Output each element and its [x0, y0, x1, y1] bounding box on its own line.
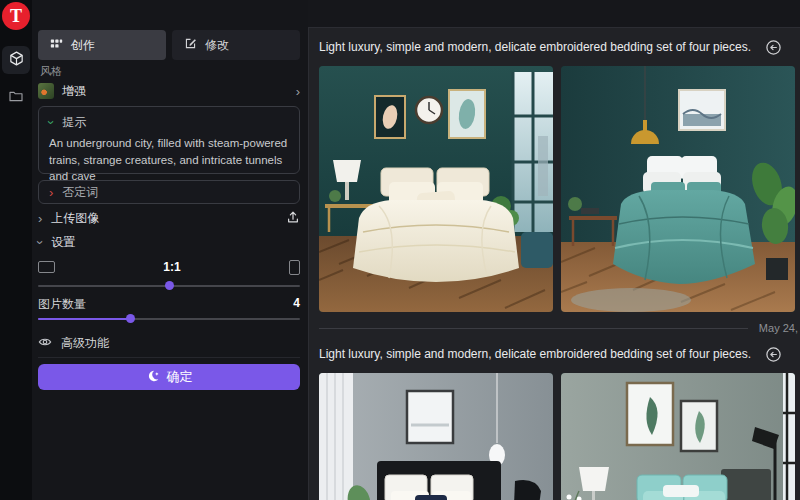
tab-edit-label: 修改	[205, 37, 229, 54]
tab-create-label: 创作	[71, 37, 95, 54]
chevron-right-icon: ›	[49, 186, 53, 199]
tab-edit[interactable]: 修改	[172, 30, 300, 60]
rail-item-files[interactable]	[2, 84, 30, 112]
slider-fill	[38, 318, 130, 320]
image-row-2	[309, 373, 800, 500]
confirm-label: 确定	[167, 368, 193, 386]
date-divider: May 24,	[319, 321, 798, 335]
image-count-value: 4	[293, 296, 300, 313]
chevron-down-icon: ›	[34, 240, 47, 244]
aspect-ratio-slider[interactable]	[38, 281, 300, 291]
logo-avatar[interactable]: T	[2, 2, 30, 30]
logo-letter: T	[10, 6, 22, 27]
portrait-icon[interactable]	[289, 260, 300, 275]
prompt-label: 提示	[62, 114, 86, 131]
upload-image-toggle[interactable]: › 上传图像	[38, 208, 300, 228]
style-thumbnail	[38, 83, 54, 99]
image-count-row: 图片数量 4	[38, 296, 300, 313]
negative-prompt-toggle[interactable]: › 否定词	[38, 180, 300, 204]
settings-label: 设置	[51, 234, 75, 251]
slider-handle[interactable]	[165, 281, 174, 290]
image-count-slider[interactable]	[38, 314, 300, 324]
date-label: May 24,	[759, 322, 798, 334]
tab-create[interactable]: 创作	[38, 30, 166, 60]
reuse-prompt-icon[interactable]	[765, 39, 782, 56]
generation-prompt-row: Light luxury, simple and modern, delicat…	[309, 33, 800, 61]
generation-prompt-text: Light luxury, simple and modern, delicat…	[319, 347, 751, 361]
chevron-down-icon: ›	[45, 120, 58, 124]
negative-label: 否定词	[62, 184, 98, 201]
app-window: T	[0, 0, 800, 500]
confirm-button[interactable]: 确定	[38, 364, 300, 390]
moon-icon	[146, 369, 160, 386]
mode-tabs: 创作 修改	[38, 30, 300, 60]
generated-image-4[interactable]	[561, 373, 795, 500]
generated-image-1[interactable]	[319, 66, 553, 312]
settings-toggle[interactable]: › 设置	[38, 233, 300, 251]
aspect-ratio-value: 1:1	[55, 260, 289, 274]
style-section-label: 风格	[40, 64, 62, 79]
prompt-editor[interactable]: › 提示 An underground city, filled with st…	[38, 106, 300, 174]
chevron-right-icon: ›	[296, 85, 300, 98]
folder-icon	[8, 88, 24, 108]
upload-label: 上传图像	[51, 210, 99, 227]
style-value: 增强	[62, 83, 288, 100]
gallery-scroll-area[interactable]: Light luxury, simple and modern, delicat…	[308, 27, 800, 500]
advanced-label: 高级功能	[61, 335, 109, 352]
reuse-prompt-icon[interactable]	[765, 346, 782, 363]
control-sidebar: 创作 修改 风格 增强 › › 提示 An underground cit	[32, 0, 308, 500]
edit-icon	[184, 37, 197, 53]
nav-rail: T	[0, 0, 32, 500]
chevron-right-icon: ›	[38, 212, 42, 225]
divider-line	[319, 328, 748, 329]
upload-icon[interactable]	[286, 210, 300, 227]
grid-icon	[50, 37, 63, 53]
prompt-value[interactable]: An underground city, filled with steam-p…	[49, 135, 289, 185]
generated-image-2[interactable]	[561, 66, 795, 312]
eye-icon	[38, 335, 52, 352]
image-count-label: 图片数量	[38, 296, 86, 313]
generated-image-3[interactable]	[319, 373, 553, 500]
generation-prompt-text: Light luxury, simple and modern, delicat…	[319, 40, 751, 54]
gallery-panel: Light luxury, simple and modern, delicat…	[308, 0, 800, 500]
rail-item-models[interactable]	[2, 46, 30, 74]
image-row-1	[309, 66, 800, 312]
style-selector[interactable]: 增强 ›	[38, 79, 300, 103]
generation-prompt-row: Light luxury, simple and modern, delicat…	[309, 340, 800, 368]
advanced-features-toggle[interactable]: 高级功能	[38, 333, 300, 353]
separator	[38, 357, 300, 358]
landscape-icon[interactable]	[38, 261, 55, 273]
slider-handle[interactable]	[126, 314, 135, 323]
cube-icon	[8, 50, 25, 71]
aspect-ratio-row: 1:1	[38, 257, 300, 277]
